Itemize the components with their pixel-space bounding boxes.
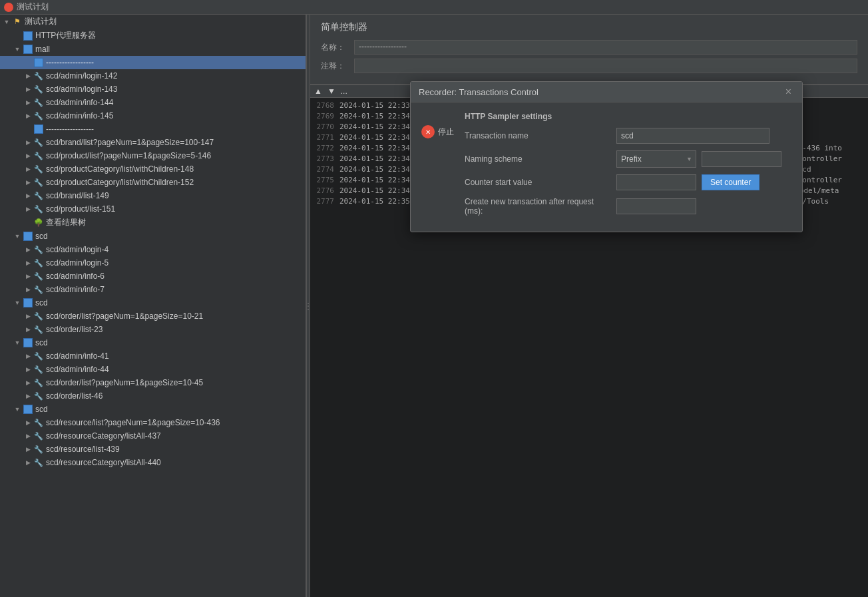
- naming-scheme-select[interactable]: Prefix Suffix Format: [616, 150, 696, 168]
- tree-item-login-4[interactable]: 🔧scd/admin/login-4: [0, 243, 306, 256]
- create-transaction-row: Create new transaction after request (ms…: [465, 197, 791, 216]
- tree-item-label: scd/admin/info-7: [46, 285, 105, 294]
- tree-item-login-143[interactable]: 🔧scd/admin/login-143: [0, 83, 306, 96]
- tree-item-label: scd/admin/login-4: [46, 245, 108, 254]
- tree-item-scd-2[interactable]: scd: [0, 296, 306, 309]
- stop-icon: ✕: [421, 125, 435, 138]
- tree-item-scd-3[interactable]: scd: [0, 336, 306, 349]
- tree-item-label: ------------------: [46, 58, 94, 67]
- tree-item-order-23[interactable]: 🔧scd/order/list-23: [0, 323, 306, 336]
- tree-icon-sampler: 🔧: [33, 244, 44, 255]
- tree-item-order-46[interactable]: 🔧scd/order/list-46: [0, 389, 306, 403]
- tree-item-results-tree[interactable]: 🌳查看结果树: [0, 216, 306, 230]
- tree-item-resource-439[interactable]: 🔧scd/resource/list-439: [0, 443, 306, 456]
- tree-item-test-plan[interactable]: ⚑测试计划: [0, 15, 306, 29]
- tree-item-resourceCat-437[interactable]: 🔧scd/resourceCategory/listAll-437: [0, 429, 306, 443]
- tree-item-brand-147[interactable]: 🔧scd/brand/list?pageNum=1&pageSize=100-1…: [0, 136, 306, 149]
- tree-item-label: scd/resource/list-439: [46, 445, 120, 454]
- tree-arrow: [24, 192, 32, 200]
- tree-icon-proxy: [23, 31, 33, 41]
- tree-item-sep1[interactable]: ------------------: [0, 56, 306, 69]
- comment-label: 注释：: [321, 61, 354, 72]
- tree-arrow: [24, 219, 32, 227]
- tree-icon-tree-view: 🌳: [33, 218, 44, 228]
- tree-arrow: [24, 286, 32, 294]
- tree-item-info-41[interactable]: 🔧scd/admin/info-41: [0, 349, 306, 363]
- stop-button[interactable]: ✕ 停止: [421, 125, 454, 138]
- log-line-num: 2769: [314, 111, 334, 122]
- tree-arrow: [3, 18, 11, 26]
- naming-scheme-input[interactable]: [702, 151, 781, 167]
- tree-item-label: scd/order/list-23: [46, 325, 103, 334]
- tree-item-resourceCat-440[interactable]: 🔧scd/resourceCategory/listAll-440: [0, 456, 306, 469]
- tree-item-mall[interactable]: mall: [0, 43, 306, 56]
- tree-item-brand-149[interactable]: 🔧scd/brand/list-149: [0, 189, 306, 202]
- tree-item-productCat-152[interactable]: 🔧scd/productCategory/list/withChildren-1…: [0, 176, 306, 189]
- tree-item-info-145[interactable]: 🔧scd/admin/info-145: [0, 109, 306, 122]
- tree-icon-sampler: 🔧: [33, 351, 44, 361]
- tree-item-info-144[interactable]: 🔧scd/admin/info-144: [0, 96, 306, 109]
- tree-item-login-142[interactable]: 🔧scd/admin/login-142: [0, 69, 306, 83]
- log-line-num: 2776: [314, 186, 334, 196]
- log-nav-up[interactable]: ▲: [314, 87, 322, 96]
- name-label: 名称：: [321, 42, 354, 53]
- tree-item-label: scd: [35, 232, 48, 241]
- tree-item-label: scd/productCategory/list/withChildren-15…: [46, 178, 194, 187]
- tree-arrow: [13, 45, 21, 53]
- main-area: ⚑测试计划HTTP代理服务器mall------------------🔧scd…: [0, 15, 868, 597]
- counter-start-input[interactable]: [616, 174, 696, 190]
- tree-arrow: [24, 125, 32, 133]
- tree-item-info-7[interactable]: 🔧scd/admin/info-7: [0, 283, 306, 296]
- dialog-title-bar: Recorder: Transactions Control ×: [411, 82, 802, 102]
- tree-item-label: scd/order/list?pageNum=1&pageSize=10-45: [46, 378, 203, 387]
- create-transaction-input[interactable]: [616, 198, 696, 214]
- dialog-title: Recorder: Transactions Control: [419, 87, 539, 97]
- log-line-num: 2770: [314, 122, 334, 132]
- tree-item-order-21[interactable]: 🔧scd/order/list?pageNum=1&pageSize=10-21: [0, 309, 306, 323]
- tree-item-sep2[interactable]: ------------------: [0, 122, 306, 136]
- tree-icon-sampler: 🔧: [33, 431, 44, 441]
- tree-icon-sampler: 🔧: [33, 71, 44, 81]
- tree-item-info-44[interactable]: 🔧scd/admin/info-44: [0, 363, 306, 376]
- tree-arrow: [24, 365, 32, 373]
- transactions-dialog[interactable]: Recorder: Transactions Control × ✕ 停止: [410, 81, 803, 232]
- tree-icon-sampler: 🔧: [33, 364, 44, 375]
- naming-scheme-row: Naming scheme Prefix Suffix Format: [465, 150, 791, 168]
- tree-item-label: scd/brand/list-149: [46, 191, 109, 200]
- transaction-name-input[interactable]: [616, 128, 769, 144]
- tree-item-login-5[interactable]: 🔧scd/admin/login-5: [0, 256, 306, 270]
- tree-item-http-proxy[interactable]: HTTP代理服务器: [0, 29, 306, 43]
- tree-arrow: [24, 152, 32, 160]
- tree-item-label: scd/admin/info-6: [46, 272, 105, 281]
- tree-item-scd-4[interactable]: scd: [0, 403, 306, 416]
- dialog-close-button[interactable]: ×: [783, 86, 794, 98]
- tree-item-info-6[interactable]: 🔧scd/admin/info-6: [0, 270, 306, 283]
- tree-item-productCat-148[interactable]: 🔧scd/productCategory/list/withChildren-1…: [0, 162, 306, 176]
- tree-arrow: [24, 99, 32, 106]
- controller-title: 简单控制器: [321, 21, 857, 33]
- tree-arrow: [24, 138, 32, 146]
- tree-item-resource-436[interactable]: 🔧scd/resource/list?pageNum=1&pageSize=10…: [0, 416, 306, 429]
- comment-value: [354, 59, 857, 73]
- tree-icon-sampler: 🔧: [33, 258, 44, 268]
- tree-item-scd-1[interactable]: scd: [0, 230, 306, 243]
- log-line-num: 2772: [314, 143, 334, 154]
- tree-item-label: scd/resourceCategory/listAll-437: [46, 431, 161, 441]
- transaction-name-label: Transaction name: [465, 131, 611, 140]
- tree-item-product-151[interactable]: 🔧scd/product/list-151: [0, 202, 306, 216]
- tree-item-product-146[interactable]: 🔧scd/product/list?pageNum=1&pageSize=5-1…: [0, 149, 306, 162]
- tree-arrow: [24, 59, 32, 67]
- naming-scheme-label: Naming scheme: [465, 154, 611, 164]
- tree-item-order-45[interactable]: 🔧scd/order/list?pageNum=1&pageSize=10-45: [0, 376, 306, 389]
- log-nav-down[interactable]: ▼: [327, 87, 335, 96]
- tree-icon-sampler: 🔧: [33, 417, 44, 428]
- set-counter-button[interactable]: Set counter: [702, 174, 760, 190]
- tree-item-label: HTTP代理服务器: [35, 30, 96, 41]
- right-panel: 简单控制器 名称： ------------------ 注释： ▲ ▼ ...…: [310, 15, 868, 597]
- tree-item-label: scd/order/list-46: [46, 391, 103, 401]
- log-more[interactable]: ...: [341, 87, 347, 96]
- log-line-num: 2774: [314, 164, 334, 175]
- log-line-num: 2768: [314, 100, 334, 111]
- tree-icon-sampler: 🔧: [33, 311, 44, 321]
- tree-item-label: 查看结果树: [46, 217, 86, 228]
